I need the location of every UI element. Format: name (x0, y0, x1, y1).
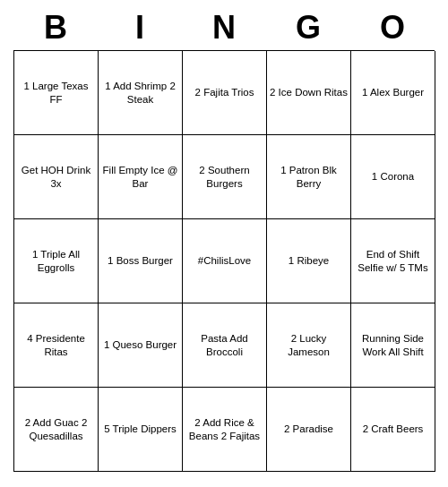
letter-b: B (13, 9, 98, 47)
bingo-cell-2[interactable]: 2 Fajita Trios (183, 51, 267, 135)
letter-n: N (182, 9, 266, 47)
bingo-cell-7[interactable]: 2 Southern Burgers (183, 135, 267, 219)
bingo-grid: 1 Large Texas FF1 Add Shrimp 2 Steak2 Fa… (13, 50, 435, 472)
bingo-cell-5[interactable]: Get HOH Drink 3x (14, 135, 99, 219)
bingo-cell-11[interactable]: 1 Boss Burger (99, 219, 183, 303)
bingo-cell-23[interactable]: 2 Paradise (267, 388, 351, 472)
bingo-cell-3[interactable]: 2 Ice Down Ritas (267, 51, 351, 135)
bingo-cell-17[interactable]: Pasta Add Broccoli (183, 303, 267, 388)
bingo-cell-21[interactable]: 5 Triple Dippers (99, 388, 183, 472)
letter-g: G (266, 9, 350, 47)
bingo-cell-9[interactable]: 1 Corona (351, 135, 435, 219)
bingo-cell-20[interactable]: 2 Add Guac 2 Quesadillas (14, 388, 99, 472)
letter-o: O (350, 9, 435, 47)
bingo-cell-12[interactable]: #ChilisLove (183, 219, 267, 303)
bingo-cell-1[interactable]: 1 Add Shrimp 2 Steak (99, 51, 183, 135)
bingo-cell-4[interactable]: 1 Alex Burger (351, 51, 435, 135)
bingo-cell-15[interactable]: 4 Presidente Ritas (14, 303, 99, 388)
bingo-cell-6[interactable]: Fill Empty Ice @ Bar (99, 135, 183, 219)
bingo-cell-16[interactable]: 1 Queso Burger (99, 303, 183, 388)
bingo-cell-8[interactable]: 1 Patron Blk Berry (267, 135, 351, 219)
bingo-cell-14[interactable]: End of Shift Selfie w/ 5 TMs (351, 219, 435, 303)
bingo-cell-0[interactable]: 1 Large Texas FF (14, 51, 99, 135)
bingo-cell-24[interactable]: 2 Craft Beers (351, 388, 435, 472)
bingo-cell-19[interactable]: Running Side Work All Shift (351, 303, 435, 388)
bingo-cell-13[interactable]: 1 Ribeye (267, 219, 351, 303)
letter-i: I (98, 9, 182, 47)
bingo-cell-18[interactable]: 2 Lucky Jameson (267, 303, 351, 388)
bingo-cell-10[interactable]: 1 Triple All Eggrolls (14, 219, 99, 303)
bingo-cell-22[interactable]: 2 Add Rice & Beans 2 Fajitas (183, 388, 267, 472)
bingo-title: B I N G O (13, 9, 435, 47)
